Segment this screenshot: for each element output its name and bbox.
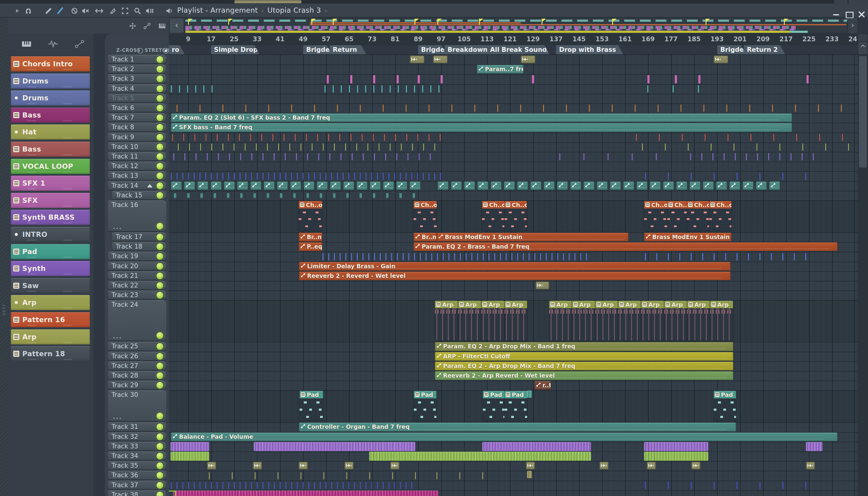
scroll-up-button[interactable]: ^ — [858, 42, 867, 54]
note-bar-clip[interactable] — [532, 75, 534, 83]
automation-clip-small[interactable] — [769, 182, 780, 190]
track-mute-led[interactable] — [156, 94, 164, 103]
track-row-37[interactable] — [169, 481, 858, 491]
track-mute-led[interactable] — [156, 85, 164, 93]
chevron-separator-icon[interactable]: › — [321, 7, 331, 14]
track-header-4[interactable]: Track 4 — [108, 84, 166, 93]
timeline-ruler[interactable]: 9172533414957657381899710511312112913714… — [169, 34, 858, 45]
pattern-clip-ch-o[interactable]: Ch..o — [667, 201, 687, 231]
marker-return[interactable]: Return — [330, 45, 367, 55]
track-header-25[interactable]: Track 25 — [108, 342, 166, 350]
pattern-clip-pad[interactable]: Pad — [505, 391, 527, 421]
group-dots[interactable]: ... — [113, 223, 122, 231]
automation-clip-small[interactable] — [477, 182, 488, 190]
automation-clip-small[interactable] — [703, 182, 714, 190]
automation-clip-small[interactable] — [304, 182, 314, 190]
track-row-22[interactable] — [169, 281, 858, 291]
automation-clip-small[interactable] — [637, 182, 647, 190]
track-header-27[interactable]: Track 27 — [108, 361, 166, 370]
automation-clip-small[interactable] — [211, 182, 221, 190]
track-header-18[interactable]: Track 18 — [112, 242, 166, 250]
automation-clip-small[interactable] — [290, 182, 301, 190]
track-mute-led[interactable] — [156, 182, 164, 190]
note-bar-clip[interactable] — [327, 75, 329, 83]
pattern-clip-pad[interactable]: Pad — [299, 391, 323, 421]
audio-clip[interactable] — [536, 281, 549, 289]
pattern-clip-ch-o[interactable]: Ch..o — [482, 201, 505, 231]
audio-clip[interactable] — [714, 56, 728, 63]
track-mute-led[interactable] — [156, 233, 164, 241]
automation-clip-small[interactable] — [517, 182, 528, 190]
panel-grip[interactable] — [2, 310, 5, 312]
automation-clip-small[interactable] — [623, 182, 634, 190]
track-mute-led[interactable] — [156, 372, 164, 380]
automation-clip[interactable]: Br..n — [299, 233, 322, 242]
pattern-clip-ch-o[interactable]: Ch..o — [505, 201, 527, 231]
pattern-clip-arp[interactable]: Arp — [664, 301, 687, 341]
audio-clip[interactable] — [806, 462, 815, 469]
track-header-6[interactable]: Track 6 — [108, 103, 166, 112]
marker-ro[interactable]: ro — [169, 45, 185, 55]
clip-block[interactable] — [171, 442, 209, 451]
note-bar-clip[interactable] — [675, 75, 677, 83]
track-header-10[interactable]: Track 10 — [108, 142, 166, 151]
pattern-item-bass[interactable]: Bass — [11, 142, 90, 157]
track-header-3[interactable]: Track 3 — [108, 74, 166, 82]
track-mute-led[interactable] — [156, 172, 164, 180]
track-mute-led[interactable] — [156, 352, 164, 360]
automation-clip-small[interactable] — [357, 182, 367, 190]
automation-clip[interactable]: r..t — [534, 381, 551, 390]
track-mute-led[interactable] — [156, 423, 164, 431]
marker-all-break-sounds[interactable]: All Break Sounds — [487, 45, 550, 55]
automation-clip-small[interactable] — [264, 182, 275, 190]
pattern-item-saw[interactable]: Saw — [11, 278, 90, 293]
track-header-11[interactable]: Track 11 — [108, 152, 166, 160]
track-mute-led[interactable] — [156, 362, 164, 370]
arrangement-overview-scrollbar[interactable] — [185, 18, 848, 33]
group-dots[interactable]: ... — [113, 332, 122, 340]
marker-simple-drop[interactable]: Simple Drop — [211, 45, 260, 55]
track-header-8[interactable]: Track 8 — [108, 123, 166, 131]
audio-clip[interactable] — [692, 462, 700, 469]
pattern-item-chords-intro[interactable]: Chords Intro — [11, 56, 90, 72]
track-row-9[interactable] — [169, 133, 858, 143]
audio-clip[interactable] — [390, 462, 399, 469]
track-mute-led[interactable] — [156, 281, 164, 290]
track-mute-led[interactable] — [156, 222, 164, 230]
automation-clip-small[interactable] — [610, 182, 621, 190]
track-mute-led[interactable] — [156, 481, 164, 490]
track-mute-led[interactable] — [156, 191, 164, 200]
pattern-clip-arp[interactable]: Arp — [435, 301, 458, 341]
clip-block[interactable] — [644, 452, 708, 461]
pattern-clip-ch-o[interactable]: Ch..o — [414, 201, 437, 231]
slice-icon[interactable] — [108, 6, 118, 16]
automation-clip-small[interactable] — [663, 182, 674, 190]
track-mute-led[interactable] — [156, 443, 164, 450]
pattern-clip-arp[interactable]: Arp — [458, 301, 481, 341]
automation-clip[interactable]: Reeverb 2 - Arp Reverd - Wet level — [435, 371, 733, 380]
scrollbar-thumb[interactable] — [859, 56, 867, 168]
pattern-item-pattern-18[interactable]: Pattern 18 — [11, 346, 90, 361]
marker-drop-with-brass[interactable]: Drop with Brass — [556, 45, 623, 55]
audio-clip[interactable] — [526, 462, 535, 469]
group-dots[interactable]: ... — [113, 413, 122, 420]
automation-clip[interactable]: Br..n — [414, 233, 437, 242]
automation-clip[interactable]: Controller - Organ - Band 7 freq — [299, 422, 736, 431]
track-row-19[interactable] — [169, 252, 858, 262]
stretch-toggle[interactable] — [163, 48, 169, 53]
audio-clip[interactable] — [299, 462, 308, 469]
pattern-clip-arp[interactable]: Arp — [710, 301, 733, 341]
clip-block[interactable] — [527, 390, 532, 398]
automation-clip-small[interactable] — [491, 182, 501, 190]
track-header-32[interactable]: Track 32 — [108, 432, 166, 440]
pattern-clip-arp[interactable]: Arp — [481, 301, 504, 341]
automation-clip[interactable]: Balance - Pad - Volume — [171, 432, 838, 441]
track-header-14[interactable]: Track 14 — [108, 181, 166, 189]
automation-clip-small[interactable] — [530, 182, 541, 190]
automation-clip[interactable]: Param..7 freq — [477, 65, 524, 74]
track-mute-led[interactable] — [156, 162, 164, 170]
audio-clip[interactable] — [647, 462, 656, 469]
scroll-right-button[interactable]: › — [848, 18, 857, 33]
pattern-clip-pad[interactable]: Pad — [714, 391, 736, 421]
audio-tab[interactable] — [46, 38, 60, 50]
